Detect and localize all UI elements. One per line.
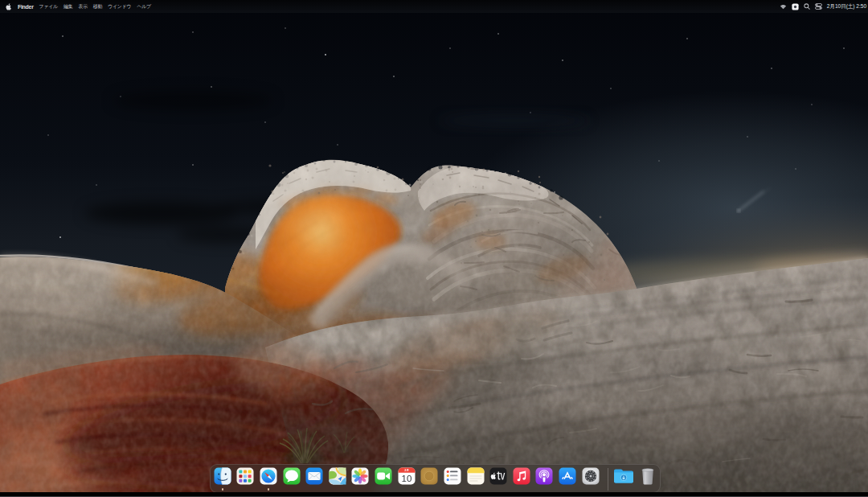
svg-text:10: 10 [401, 474, 411, 483]
svg-text:2月: 2月 [404, 468, 409, 472]
